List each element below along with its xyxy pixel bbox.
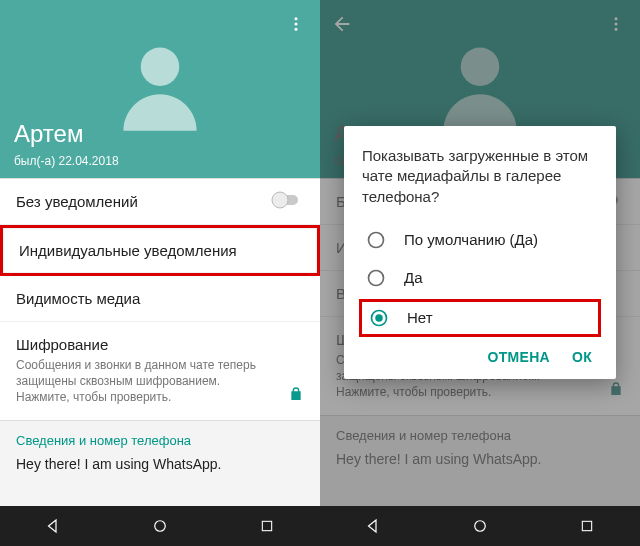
nav-recent-button[interactable]	[247, 506, 287, 546]
triangle-back-icon	[364, 517, 382, 535]
svg-point-5	[272, 192, 288, 208]
svg-point-18	[475, 521, 486, 532]
android-navbar	[0, 506, 320, 546]
svg-point-17	[375, 314, 383, 322]
row-sub: Сообщения и звонки в данном чате теперь …	[16, 357, 276, 406]
square-recent-icon	[579, 518, 595, 534]
media-visibility-dialog: Показывать загруженные в этом чате медиа…	[344, 126, 616, 379]
radio-unchecked-icon	[366, 268, 386, 288]
ok-button[interactable]: ОК	[572, 349, 592, 365]
status-text: Hey there! I am using WhatsApp.	[0, 452, 320, 482]
contact-header: Артем был(-а) 22.04.2018	[0, 0, 320, 178]
svg-point-3	[141, 47, 180, 85]
phone-right: Артем был(-а) 22.04.2018 Без уведомлений…	[320, 0, 640, 546]
option-default[interactable]: По умолчанию (Да)	[362, 221, 598, 259]
svg-rect-7	[262, 521, 271, 530]
mute-toggle[interactable]	[270, 190, 304, 214]
option-label: По умолчанию (Да)	[404, 231, 538, 248]
svg-point-14	[369, 232, 384, 247]
cancel-button[interactable]: ОТМЕНА	[487, 349, 549, 365]
svg-point-1	[295, 23, 298, 26]
radio-checked-icon	[369, 308, 389, 328]
svg-point-15	[369, 270, 384, 285]
nav-home-button[interactable]	[460, 506, 500, 546]
lock-icon	[288, 386, 304, 406]
toggle-off-icon	[270, 190, 304, 210]
option-label: Нет	[407, 309, 433, 326]
row-label: Шифрование	[16, 336, 304, 353]
svg-point-2	[295, 28, 298, 31]
more-vert-icon	[287, 15, 305, 33]
row-label: Индивидуальные уведомления	[19, 242, 301, 259]
phone-left: Артем был(-а) 22.04.2018 Без уведомлений…	[0, 0, 320, 546]
settings-list: Без уведомлений Индивидуальные уведомлен…	[0, 178, 320, 421]
row-label: Без уведомлений	[16, 193, 304, 210]
overflow-menu-button[interactable]	[282, 10, 310, 38]
android-navbar	[320, 506, 640, 546]
contact-name: Артем	[14, 120, 83, 148]
last-seen: был(-а) 22.04.2018	[14, 154, 119, 168]
circle-home-icon	[151, 517, 169, 535]
dialog-title: Показывать загруженные в этом чате медиа…	[362, 146, 598, 207]
section-phone-info: Сведения и номер телефона	[0, 421, 320, 452]
nav-back-button[interactable]	[353, 506, 393, 546]
nav-back-button[interactable]	[33, 506, 73, 546]
row-media-visibility[interactable]: Видимость медиа	[0, 276, 320, 322]
person-icon	[105, 30, 215, 140]
svg-rect-19	[582, 521, 591, 530]
option-label: Да	[404, 269, 423, 286]
radio-unchecked-icon	[366, 230, 386, 250]
dialog-actions: ОТМЕНА ОК	[362, 339, 598, 371]
square-recent-icon	[259, 518, 275, 534]
svg-point-0	[295, 17, 298, 20]
circle-home-icon	[471, 517, 489, 535]
avatar	[105, 30, 215, 144]
svg-point-6	[155, 521, 166, 532]
triangle-back-icon	[44, 517, 62, 535]
nav-recent-button[interactable]	[567, 506, 607, 546]
row-encryption[interactable]: Шифрование Сообщения и звонки в данном ч…	[0, 322, 320, 420]
option-yes[interactable]: Да	[362, 259, 598, 297]
option-no[interactable]: Нет	[359, 299, 601, 337]
row-mute-notifications[interactable]: Без уведомлений	[0, 179, 320, 225]
row-custom-notifications[interactable]: Индивидуальные уведомления	[0, 225, 320, 276]
row-label: Видимость медиа	[16, 290, 304, 307]
nav-home-button[interactable]	[140, 506, 180, 546]
